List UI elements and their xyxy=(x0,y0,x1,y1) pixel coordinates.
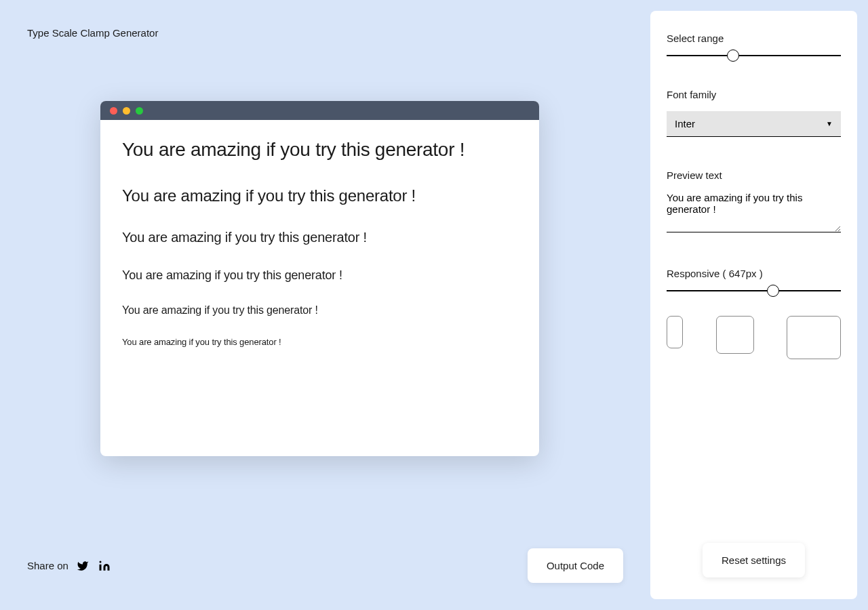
window-chrome xyxy=(100,101,539,120)
reset-settings-button[interactable]: Reset settings xyxy=(703,543,805,577)
preview-line-4: You are amazing if you try this generato… xyxy=(122,268,517,283)
preview-line-1: You are amazing if you try this generato… xyxy=(122,139,517,161)
close-icon xyxy=(110,107,117,115)
share-label: Share on xyxy=(27,560,68,571)
tablet-device-button[interactable] xyxy=(716,316,754,354)
twitter-icon[interactable] xyxy=(77,560,89,572)
settings-sidebar: Select range Font family Inter ▼ Preview… xyxy=(650,11,857,599)
font-family-value: Inter xyxy=(675,118,695,129)
range-label: Select range xyxy=(667,33,841,44)
preview-content: You are amazing if you try this generato… xyxy=(100,120,539,366)
desktop-device-button[interactable] xyxy=(787,316,841,359)
font-family-select[interactable]: Inter ▼ xyxy=(667,111,841,137)
responsive-label: Responsive ( 647px ) xyxy=(667,268,841,279)
mobile-device-button[interactable] xyxy=(667,316,683,348)
chevron-down-icon: ▼ xyxy=(826,120,833,127)
preview-line-2: You are amazing if you try this generato… xyxy=(122,186,517,205)
maximize-icon xyxy=(136,107,143,115)
responsive-slider[interactable] xyxy=(667,290,841,291)
preview-line-5: You are amazing if you try this generato… xyxy=(122,304,517,317)
preview-text-label: Preview text xyxy=(667,169,841,181)
preview-text-input[interactable] xyxy=(667,192,841,232)
linkedin-icon[interactable] xyxy=(98,560,111,572)
output-code-button[interactable]: Output Code xyxy=(528,548,623,583)
page-title: Type Scale Clamp Generator xyxy=(27,27,623,39)
responsive-slider-thumb[interactable] xyxy=(767,285,779,297)
minimize-icon xyxy=(123,107,130,115)
range-slider[interactable] xyxy=(667,55,841,56)
range-slider-thumb[interactable] xyxy=(727,49,739,62)
preview-window: You are amazing if you try this generato… xyxy=(100,101,539,456)
preview-line-3: You are amazing if you try this generato… xyxy=(122,230,517,245)
font-family-label: Font family xyxy=(667,89,841,100)
preview-line-6: You are amazing if you try this generato… xyxy=(122,337,517,347)
